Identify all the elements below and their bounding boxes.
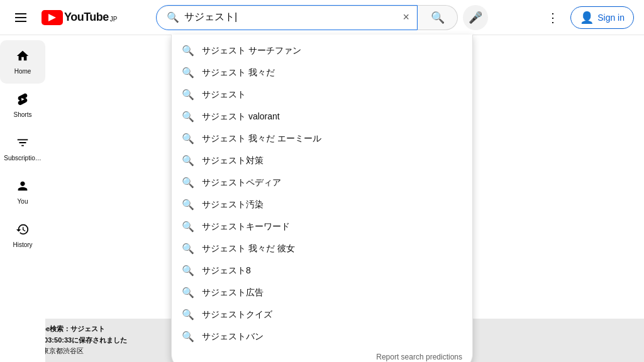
dropdown-search-icon: 🔍 [182,89,194,101]
logo[interactable]: YouTube JP [42,10,118,25]
dropdown-search-icon: 🔍 [182,199,194,211]
header: YouTube JP 🔍 × 🔍 🎤 ⋮ 👤 Sign in [0,0,644,35]
sidebar-item-home[interactable]: Home [0,40,45,84]
dropdown-item-text: サジェストペディア [202,177,281,189]
logo-text: YouTube [64,11,109,24]
dropdown-search-icon: 🔍 [182,155,194,167]
dropdown-search-icon: 🔍 [182,177,194,189]
dropdown-search-icon: 🔍 [182,287,194,299]
dropdown-item[interactable]: 🔍 サジェスト 我々だ 彼女 [172,238,472,260]
search-icon: 🔍 [431,11,445,25]
sidebar-item-history[interactable]: History [0,214,45,257]
sidebar-icon-shorts [16,92,30,109]
dropdown-item-text: サジェスト対策 [202,155,264,167]
clear-icon: × [402,11,409,24]
user-icon: 👤 [580,11,594,25]
dropdown-search-icon: 🔍 [182,111,194,123]
search-clear-button[interactable]: × [400,8,412,26]
dropdown-search-icon: 🔍 [182,221,194,233]
sidebar: Home Shorts Subscriptio… You History [0,35,45,362]
dropdown-search-icon: 🔍 [182,243,194,255]
sidebar-item-subscriptio[interactable]: Subscriptio… [0,127,45,170]
dropdown-item[interactable]: 🔍 サジェスト 我々だ エーミール [172,128,472,150]
dropdown-item-text: サジェスト [202,89,246,101]
dropdown-search-icon: 🔍 [182,133,194,145]
more-options-icon: ⋮ [547,10,559,25]
dropdown-search-icon: 🔍 [182,331,194,343]
dropdown-item-text: サジェスト 我々だ 彼女 [202,243,295,255]
sidebar-label-home: Home [14,68,31,75]
dropdown-item-text: サジェスト valorant [202,111,280,123]
dropdown-item[interactable]: 🔍 サジェスト汚染 [172,194,472,216]
dropdown-item-text: サジェストバン [202,331,264,343]
mic-icon: 🎤 [469,11,482,25]
search-container: 🔍 × 🔍 [156,5,458,30]
header-left: YouTube JP [10,8,123,27]
logo-jp: JP [110,16,118,23]
dropdown-item[interactable]: 🔍 サジェストペディア [172,172,472,194]
dropdown-item-text: サジェスト広告 [202,287,264,299]
sidebar-item-you[interactable]: You [0,170,45,214]
mic-button[interactable]: 🎤 [463,5,488,30]
dropdown-footer[interactable]: Report search predictions [172,348,472,362]
more-options-button[interactable]: ⋮ [540,5,565,30]
dropdown-item-text: サジェストキーワード [202,221,290,233]
menu-button[interactable] [10,8,31,27]
dropdown-item[interactable]: 🔍 サジェスト サーチファン [172,40,472,62]
dropdown-search-icon: 🔍 [182,45,194,57]
sidebar-label-subscriptio…: Subscriptio… [4,155,41,162]
search-icon-left: 🔍 [167,11,179,23]
search-box: 🔍 × [156,5,418,30]
sidebar-icon-home [16,49,30,65]
dropdown-item[interactable]: 🔍 サジェスト [172,84,472,106]
dropdown-item[interactable]: 🔍 サジェスト 我々だ [172,62,472,84]
hamburger-line [15,17,26,18]
sidebar-label-history: History [13,241,32,248]
sidebar-label-shorts: Shorts [14,111,32,118]
dropdown-item[interactable]: 🔍 サジェスト8 [172,260,472,282]
sidebar-icon-history [16,222,30,239]
dropdown-search-icon: 🔍 [182,265,194,277]
dropdown-item-text: サジェスト汚染 [202,199,264,211]
search-dropdown: 🔍 サジェスト サーチファン 🔍 サジェスト 我々だ 🔍 サジェスト 🔍 サジェ… [171,35,473,362]
dropdown-search-icon: 🔍 [182,67,194,79]
sidebar-icon-you [16,179,30,195]
sign-in-label: Sign in [597,13,625,23]
header-right: ⋮ 👤 Sign in [521,5,634,30]
hamburger-line [15,21,26,22]
dropdown-item-text: サジェスト8 [202,265,251,277]
dropdown-item[interactable]: 🔍 サジェスト valorant [172,106,472,128]
search-button[interactable]: 🔍 [418,5,458,30]
header-center: 🔍 × 🔍 🎤 [123,5,521,30]
sidebar-icon-subscriptio… [16,136,30,152]
dropdown-item[interactable]: 🔍 サジェスト対策 [172,150,472,172]
dropdown-item[interactable]: 🔍 サジェスト広告 [172,282,472,304]
dropdown-item-text: サジェストクイズ [202,309,272,321]
dropdown-item[interactable]: 🔍 サジェストクイズ [172,304,472,326]
sidebar-label-you: You [18,198,28,205]
dropdown-item[interactable]: 🔍 サジェストキーワード [172,216,472,238]
dropdown-search-icon: 🔍 [182,309,194,321]
sidebar-item-shorts[interactable]: Shorts [0,84,45,127]
dropdown-item[interactable]: 🔍 サジェストバン [172,326,472,348]
hamburger-line [15,13,26,14]
dropdown-item-text: サジェスト 我々だ エーミール [202,133,321,145]
dropdown-item-text: サジェスト 我々だ [202,67,275,79]
youtube-logo-icon [42,10,63,25]
dropdown-item-text: サジェスト サーチファン [202,45,301,57]
sign-in-button[interactable]: 👤 Sign in [570,6,634,29]
search-input[interactable] [184,12,400,23]
